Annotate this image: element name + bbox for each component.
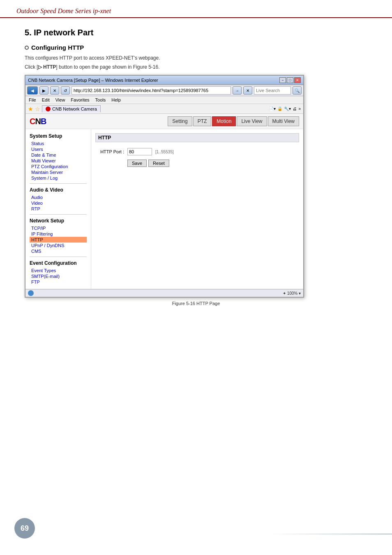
sidebar-rtp-link[interactable]: RTP (30, 206, 87, 212)
port-hint: [1..55535] (155, 150, 173, 154)
ptz-button[interactable]: PTZ (193, 116, 212, 126)
sidebar-system-setup-title: System Setup (30, 133, 87, 139)
camera-ui: CNB Setting PTZ Motion Live View Multi V… (25, 114, 303, 289)
subsection-bullet-icon (25, 46, 29, 50)
camera-logo: CNB (30, 117, 46, 126)
safety-icon: 🔒 (277, 106, 282, 111)
menu-favorites[interactable]: Favorites (70, 97, 90, 103)
menu-tools[interactable]: Tools (95, 97, 107, 103)
http-form: HTTP Port : [1..55535] Save Reset (95, 146, 299, 169)
save-button[interactable]: Save (127, 160, 147, 167)
menu-help[interactable]: Help (111, 97, 122, 103)
header-title: Outdoor Speed Dome Series ip-xnet (16, 7, 376, 17)
search-input[interactable] (254, 86, 291, 95)
tab-label: CNB Network Camera (52, 106, 97, 111)
forward-button[interactable]: ▶ (39, 86, 48, 95)
click-instruction: Click [▷ HTTP] button to open the page s… (25, 64, 367, 70)
right-accent-line (269, 534, 392, 534)
sidebar-divider-1 (30, 183, 87, 184)
page-number-area: 69 (0, 518, 49, 539)
back-button[interactable]: ◀ (27, 86, 38, 95)
search-go-button[interactable]: 🔍 (293, 86, 302, 95)
sidebar-divider-2 (30, 214, 87, 215)
menu-view[interactable]: View (55, 97, 66, 103)
close-button[interactable]: ✕ (294, 77, 301, 83)
sidebar-event-title: Event Configuration (30, 260, 87, 266)
sidebar-video-link[interactable]: Video (30, 200, 87, 206)
form-buttons: Save Reset (95, 160, 299, 167)
status-left (28, 290, 34, 296)
figure-caption: Figure 5-16 HTTP Page (25, 301, 367, 306)
port-label: HTTP Port : (95, 149, 124, 154)
reset-button[interactable]: Reset (148, 160, 169, 167)
sidebar-tcpip-link[interactable]: TCP/IP (30, 225, 87, 231)
titlebar-buttons: − □ ✕ (279, 77, 301, 83)
sidebar-syslog-link[interactable]: System / Log (30, 175, 87, 181)
print-icon: 🖨 (293, 106, 297, 111)
toolbar-icons: 📄▾ 🔒 🔧▾ 🖨 (269, 106, 297, 111)
camera-favicon-icon (46, 106, 51, 111)
sidebar-ptz-config-link[interactable]: PTZ Configuration (30, 164, 87, 169)
motion-button[interactable]: Motion (212, 116, 236, 126)
sidebar-cms-link[interactable]: CMS (30, 248, 87, 254)
sidebar-datetime-link[interactable]: Date & Time (30, 152, 87, 158)
menu-file[interactable]: File (28, 97, 37, 103)
cam-body: System Setup Status Users Date & Time Mu… (25, 129, 303, 289)
menu-edit[interactable]: Edit (41, 97, 51, 103)
minimize-button[interactable]: − (279, 77, 286, 83)
sidebar-ipfilter-link[interactable]: IP Filtering (30, 231, 87, 237)
sidebar-smtp-link[interactable]: SMTP(E-mail) (30, 273, 87, 279)
favorites-star-icon: ★ (28, 106, 33, 112)
browser-toolbar: ★ ☆ CNB Network Camera 📄▾ 🔒 🔧▾ 🖨 » (25, 104, 303, 114)
cam-header: CNB Setting PTZ Motion Live View Multi V… (25, 114, 303, 129)
page-number: 69 (14, 518, 35, 539)
browser-menubar: File Edit View Favorites Tools Help (25, 96, 303, 104)
browser-title-text: CNB Network Camera [Setup Page] – Window… (28, 78, 158, 83)
browser-statusbar: ✦ 100% ▾ (25, 289, 303, 297)
sidebar-divider-3 (30, 257, 87, 257)
http-section-title: HTTP (95, 133, 299, 142)
add-favorites-icon: ☆ (35, 106, 40, 112)
section-title: 5. IP network Part (25, 28, 367, 37)
multi-view-button[interactable]: Multi View (268, 116, 299, 126)
browser-navbar: ◀ ▶ ✕ ↺ → ✕ 🔍 (25, 85, 303, 96)
sidebar-multiviewer-link[interactable]: Multi Viewer (30, 158, 87, 164)
extra-tools-icon: » (298, 106, 301, 111)
maximize-button[interactable]: □ (287, 77, 293, 83)
setting-button[interactable]: Setting (168, 116, 192, 126)
browser-window: CNB Network Camera [Setup Page] – Window… (25, 75, 304, 298)
port-input[interactable] (127, 148, 152, 155)
stop-button[interactable]: ✕ (50, 86, 59, 95)
sidebar-ftp-link[interactable]: FTP (30, 279, 87, 285)
sidebar-audio-link[interactable]: Audio (30, 194, 87, 200)
browser-titlebar: CNB Network Camera [Setup Page] – Window… (25, 76, 303, 85)
url-bar[interactable] (71, 86, 231, 95)
sidebar-maintain-link[interactable]: Maintain Server (30, 169, 87, 175)
page-header: Outdoor Speed Dome Series ip-xnet (0, 0, 392, 18)
tools-icon: 🔧▾ (284, 106, 291, 111)
refresh-button[interactable]: ↺ (61, 86, 70, 95)
cam-nav-buttons: Setting PTZ Motion Live View Multi View (168, 116, 299, 126)
sidebar-eventtypes-link[interactable]: Event Types (30, 268, 87, 273)
go-button[interactable]: → (233, 86, 242, 95)
sidebar-users-link[interactable]: Users (30, 146, 87, 152)
stop-x-button[interactable]: ✕ (243, 86, 252, 95)
zoom-level: ✦ 100% ▾ (283, 291, 301, 296)
camera-tab[interactable]: CNB Network Camera (42, 105, 101, 112)
status-globe-icon (28, 290, 34, 296)
description-text: This configures HTTP port to access XPEE… (25, 55, 367, 61)
port-form-row: HTTP Port : [1..55535] (95, 148, 299, 155)
live-view-button[interactable]: Live View (237, 116, 267, 126)
sidebar-status-link[interactable]: Status (30, 141, 87, 146)
doc-content: 5. IP network Part Configuring HTTP This… (0, 20, 392, 314)
sidebar-upnp-link[interactable]: UPnP / DynDNS (30, 243, 87, 248)
sidebar-http-link[interactable]: HTTP (30, 237, 87, 243)
subsection-title: Configuring HTTP (25, 44, 367, 51)
page-icon: 📄▾ (269, 106, 276, 111)
sidebar-network-title: Network Setup (30, 218, 87, 224)
cam-sidebar: System Setup Status Users Date & Time Mu… (25, 129, 91, 289)
cam-main: HTTP HTTP Port : [1..55535] Save Reset (91, 129, 303, 289)
sidebar-audiovideo-title: Audio & Video (30, 187, 87, 193)
